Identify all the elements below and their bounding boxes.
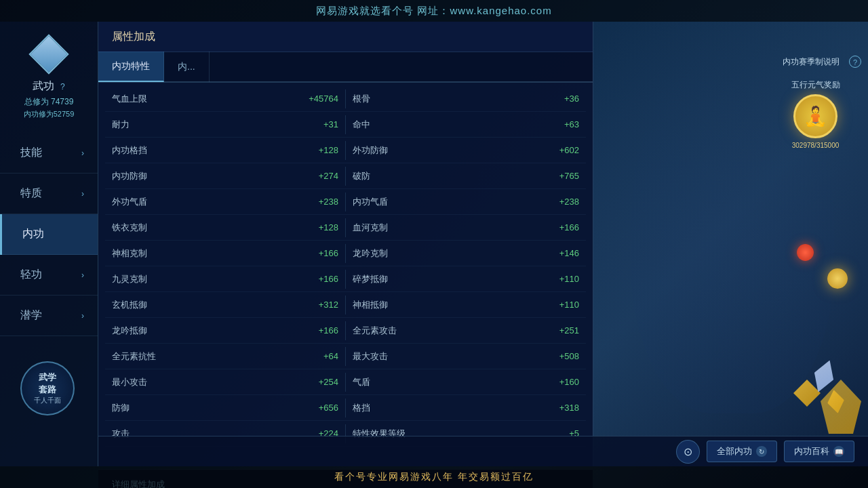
attr-val-qixue: +45764 xyxy=(291,94,338,104)
bottom-watermark: 看个号专业网易游戏八年 年交易额过百亿 xyxy=(0,466,868,488)
right-panel: 内功赛季制说明 ? 五行元气奖励 🧘 302978/315000 xyxy=(763,22,868,466)
sidebar-wugong-title: 武功 ? xyxy=(33,79,64,94)
tab-inner-traits[interactable]: 内功特性 xyxy=(98,52,164,82)
scroll-left-button[interactable]: ⊙ xyxy=(676,440,700,464)
total-power-label: 总修为 74739 xyxy=(24,96,74,108)
table-row: 耐力 +31 命中 +63 xyxy=(105,112,586,138)
attr-cell-right: 气盾 +160 xyxy=(346,376,586,388)
tab-second[interactable]: 内... xyxy=(164,52,210,82)
attribute-table: 气血上限 +45764 根骨 +36 耐力 +31 命中 +63 xyxy=(98,83,593,450)
qi-reward-area: 五行元气奖励 🧘 302978/315000 xyxy=(791,79,840,149)
qi-reward-icon: 🧘 xyxy=(804,105,827,127)
attr-cell-left: 全元素抗性 +64 xyxy=(105,350,345,363)
attr-cell-right: 碎梦抵御 +110 xyxy=(346,273,586,285)
sidebar-item-jinen[interactable]: 技能 › xyxy=(0,133,98,174)
table-row: 玄机抵御 +312 神相抵御 +110 xyxy=(105,292,586,318)
attr-cell-left: 神相克制 +166 xyxy=(105,247,345,260)
attribute-table-scroll[interactable]: 气血上限 +45764 根骨 +36 耐力 +31 命中 +63 xyxy=(98,83,593,469)
inner-wiki-label: 内功百科 xyxy=(794,445,829,458)
season-question-icon[interactable]: ? xyxy=(849,56,861,68)
chevron-right-icon: › xyxy=(81,148,84,158)
sidebar-navigation: 技能 › 特质 › 内功 轻功 › 潜学 › xyxy=(0,133,98,336)
chevron-right-icon: › xyxy=(81,311,84,321)
inner-wiki-button[interactable]: 内功百科 📖 xyxy=(784,441,854,462)
table-row: 防御 +656 格挡 +318 xyxy=(105,395,586,421)
table-row: 最小攻击 +254 气盾 +160 xyxy=(105,369,586,395)
chevron-right-icon: › xyxy=(81,189,84,199)
attr-cell-left: 防御 +656 xyxy=(105,402,345,414)
diamond-logo-icon xyxy=(28,34,68,74)
season-label: 内功赛季制说明 xyxy=(783,56,846,68)
attr-cell-left: 外功气盾 +238 xyxy=(105,196,345,208)
table-row: 全元素抗性 +64 最大攻击 +508 xyxy=(105,344,586,369)
sidebar-item-qianxue[interactable]: 潜学 › xyxy=(0,296,98,336)
wuxue-badge[interactable]: 武学 套路 千人千面 xyxy=(10,351,85,426)
attr-cell-right: 血河克制 +166 xyxy=(346,222,586,234)
attr-cell-right: 外功防御 +602 xyxy=(346,144,586,157)
sidebar-item-neigong[interactable]: 内功 xyxy=(0,214,98,255)
table-row: 铁衣克制 +128 血河克制 +166 xyxy=(105,215,586,241)
qi-reward-title: 五行元气奖励 xyxy=(791,79,840,91)
attr-cell-right: 全元素攻击 +251 xyxy=(346,325,586,337)
tab-bar: 内功特性 内... xyxy=(98,52,593,83)
all-inner-button[interactable]: 全部内功 ↻ xyxy=(707,441,777,462)
table-row: 内功防御 +274 破防 +765 xyxy=(105,163,586,189)
attr-val-gengu: +36 xyxy=(532,94,579,104)
attr-name-qixue: 气血上限 xyxy=(112,93,291,105)
table-row: 龙吟抵御 +166 全元素攻击 +251 xyxy=(105,318,586,344)
scroll-icon: ⊙ xyxy=(684,445,692,458)
watermark-bottom-text: 看个号专业网易游戏八年 年交易额过百亿 xyxy=(334,471,534,483)
attr-cell-left: 内功防御 +274 xyxy=(105,170,345,182)
attribute-panel-title: 属性加成 xyxy=(98,22,593,52)
inner-power-label: 内功修为52759 xyxy=(24,109,75,119)
attr-cell-right: 内功气盾 +238 xyxy=(346,196,586,208)
logo-area xyxy=(31,35,68,73)
all-inner-label: 全部内功 xyxy=(717,445,752,458)
chevron-right-icon: › xyxy=(81,270,84,280)
attr-cell-left: 龙吟抵御 +166 xyxy=(105,325,345,337)
attr-cell-right: 格挡 +318 xyxy=(346,402,586,414)
attr-cell-right: 龙吟克制 +146 xyxy=(346,247,586,260)
top-watermark: 网易游戏就选看个号 网址：www.kangehao.com xyxy=(0,0,868,22)
sidebar-item-tezhi[interactable]: 特质 › xyxy=(0,174,98,214)
qi-progress-value: 302978/315000 xyxy=(791,142,840,149)
attr-cell-left: 最小攻击 +254 xyxy=(105,376,345,388)
table-row: 气血上限 +45764 根骨 +36 xyxy=(105,86,586,112)
attr-cell-right: 神相抵御 +110 xyxy=(346,299,586,311)
wiki-icon: 📖 xyxy=(833,446,844,457)
attr-cell-left: 气血上限 +45764 xyxy=(105,93,345,105)
attr-cell-right: 破防 +765 xyxy=(346,170,586,182)
watermark-top-text: 网易游戏就选看个号 网址：www.kangehao.com xyxy=(316,5,551,18)
left-sidebar: 武功 ? 总修为 74739 内功修为52759 技能 › 特质 › 内功 轻功… xyxy=(0,22,98,466)
table-row: 外功气盾 +238 内功气盾 +238 xyxy=(105,189,586,215)
attr-cell-left: 九灵克制 +166 xyxy=(105,273,345,285)
attr-cell-right: 最大攻击 +508 xyxy=(346,350,586,363)
season-explain-area: 内功赛季制说明 ? xyxy=(783,56,861,68)
attr-cell-right: 命中 +63 xyxy=(346,119,586,131)
table-row: 内功格挡 +128 外功防御 +602 xyxy=(105,138,586,163)
table-row: 神相克制 +166 龙吟克制 +146 xyxy=(105,241,586,266)
qi-reward-circle: 🧘 xyxy=(793,94,837,138)
table-row: 九灵克制 +166 碎梦抵御 +110 xyxy=(105,266,586,292)
attr-name-gengu: 根骨 xyxy=(353,93,532,105)
attr-cell-left: 铁衣克制 +128 xyxy=(105,222,345,234)
attribute-panel: 属性加成 内功特性 内... 气血上限 +45764 根骨 +36 xyxy=(98,22,593,466)
refresh-icon: ↻ xyxy=(756,446,767,457)
attr-cell-right: 根骨 +36 xyxy=(346,93,586,105)
attr-cell-left: 耐力 +31 xyxy=(105,119,345,131)
sidebar-item-qinggong[interactable]: 轻功 › xyxy=(0,255,98,296)
attr-cell-left: 内功格挡 +128 xyxy=(105,144,345,157)
attr-cell-left: 玄机抵御 +312 xyxy=(105,299,345,311)
action-bar: ⊙ 全部内功 ↻ 内功百科 📖 xyxy=(98,436,868,466)
wuxue-circle: 武学 套路 千人千面 xyxy=(20,361,75,415)
